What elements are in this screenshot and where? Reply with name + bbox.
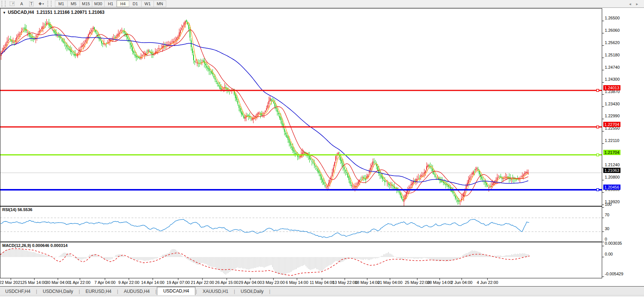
price-axis-tick: 1.24740 (605, 65, 620, 69)
price-axis-tick: 1.23430 (605, 102, 620, 106)
mt4-window: F A T ❖▾ M1M5M15M30H1H4D1W1MN ▼USDCAD,H4… (0, 0, 644, 297)
date-axis-label: 18 May 14:00 (355, 280, 380, 285)
tab-scroll-arrows[interactable]: ◄► (628, 2, 643, 6)
date-axis-label: 11 May 04:00 (310, 280, 334, 285)
tab-usoil-daily[interactable]: USOil,Daily (235, 288, 269, 296)
level-price-badge: 1.20456 (603, 185, 620, 190)
date-axis-label: 9 Apr 22:00 (118, 280, 139, 285)
date-axis-label: 3 May 23:00 (262, 280, 285, 285)
price-axis-tick: 1.26500 (605, 16, 620, 20)
date-axis-label: 22 Mar 2021 (0, 280, 22, 285)
current-price-badge: 1.21063 (603, 168, 620, 173)
date-axis-label: 29 Apr 04:00 (239, 280, 262, 285)
date-axis-label: 21 Apr 22:00 (191, 280, 214, 285)
date-axis-label: 25 May 22:00 (405, 280, 430, 285)
rsi-axis-tick: 30 (605, 226, 609, 231)
date-axis-label: 19 Apr 07:00 (167, 280, 190, 285)
macd-axis-tick: -0.005429 (605, 272, 623, 276)
tab-usdchf-h4[interactable]: USDCHF,H4 (0, 288, 35, 296)
date-axis-label: 26 Apr 15:00 (215, 280, 238, 285)
level-price-badge: 1.24013 (603, 85, 620, 90)
chart-canvas[interactable] (0, 0, 644, 297)
chart-ohlc-values: 1.21151 1.21166 1.20971 1.21063 (37, 10, 105, 15)
level-price-badge: 1.22704 (603, 122, 620, 127)
date-axis-label: 7 Apr 04:00 (95, 280, 115, 285)
tab-usdcad-h4[interactable]: USDCAD,H4 (157, 287, 195, 296)
rsi-axis-tick: 100 (605, 202, 612, 207)
rsi-label: RSI(14) 56.5536 (2, 207, 32, 212)
tab-xauusd-h1[interactable]: XAUUSD,H1 (197, 288, 233, 296)
date-axis-label: 6 May 14:00 (286, 280, 309, 285)
price-axis-tick: 1.25180 (605, 53, 620, 57)
tab-usdcnh-daily[interactable]: USDCNH,Daily (37, 288, 78, 296)
price-axis-tick: 1.25620 (605, 40, 620, 45)
date-axis-label: 21 May 04:00 (378, 280, 403, 285)
date-axis-label: 14 Apr 14:00 (141, 280, 164, 285)
chart-window[interactable]: ▼USDCAD,H4 1.21151 1.21166 1.20971 1.210… (0, 8, 644, 286)
chart-symbol-label: USDCAD,H4 (8, 10, 34, 15)
level-price-badge: 1.21704 (603, 150, 620, 155)
price-axis-tick: 1.21240 (605, 163, 620, 167)
macd-axis-tick: 0.003035 (605, 241, 622, 245)
chart-title[interactable]: ▼USDCAD,H4 1.21151 1.21166 1.20971 1.210… (3, 10, 105, 15)
price-axis-tick: 1.26060 (605, 28, 620, 33)
price-axis-tick: 1.24300 (605, 77, 620, 81)
macd-axis-tick: 0.00 (605, 252, 613, 256)
tab-scroll-right-icon[interactable]: ► (635, 2, 643, 6)
tab-audusd-h4[interactable]: AUDUSD,H4 (118, 288, 155, 296)
price-axis-tick: 1.22990 (605, 114, 620, 118)
tab-eurusd-h4[interactable]: EURUSD,H4 (80, 288, 117, 296)
date-axis-label: 13 May 22:00 (332, 280, 357, 285)
date-axis-label: 2 Jun 04:00 (451, 280, 473, 285)
date-axis-label: 25 Mar 14:00 (22, 280, 47, 285)
date-axis-label: 1 Apr 22:00 (69, 280, 90, 285)
price-axis-tick: 1.22110 (605, 138, 619, 143)
date-axis-label: 30 Mar 04:00 (46, 280, 70, 285)
rsi-axis-tick: 70 (605, 213, 609, 217)
date-axis-label: 4 Jun 22:00 (477, 280, 498, 285)
tab-scroll-left-icon[interactable]: ◄ (628, 2, 635, 6)
status-bar (0, 295, 644, 297)
macd-label: MACD(12,26,9) 0.000646 0.000314 (2, 243, 68, 248)
date-axis-label: 28 May 14:00 (427, 280, 452, 285)
chart-dropdown-icon[interactable]: ▼ (3, 11, 6, 15)
price-axis-tick: 1.20800 (605, 175, 620, 179)
tab-separator: | (269, 289, 271, 296)
chart-tab-bar: USDCHF,H4|USDCNH,Daily|EURUSD,H4|AUDUSD,… (0, 286, 644, 296)
